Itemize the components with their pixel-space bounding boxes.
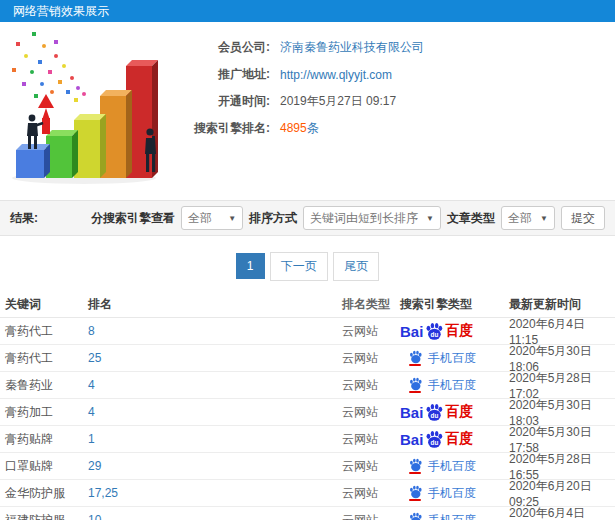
rank-link[interactable]: 4 xyxy=(88,405,95,419)
table-row: 口罩贴牌 29 云网站 手机百度 2020年5月28日 16:55 xyxy=(0,453,615,480)
baidu-paw-icon: du xyxy=(424,322,444,341)
baidu-underline xyxy=(409,391,421,393)
bar-blue xyxy=(16,144,50,178)
table-row: 金华防护服 17,25 云网站 手机百度 2020年6月20日 0 xyxy=(0,480,615,507)
baidu-paw-icon: du xyxy=(424,403,444,422)
svg-text:du: du xyxy=(431,331,439,338)
bar-yellow xyxy=(74,114,106,178)
company-label: 会员公司: xyxy=(178,39,270,56)
rank-type-cell: 云网站 xyxy=(342,377,400,394)
mobile-baidu-logo-icon: 手机百度 xyxy=(408,512,476,520)
page-1-button[interactable]: 1 xyxy=(236,253,265,279)
header-rank-type: 排名类型 xyxy=(342,296,400,313)
rank-type-cell: 云网站 xyxy=(342,404,400,421)
chevron-down-icon: ▼ xyxy=(540,214,548,223)
rank-type-cell: 云网站 xyxy=(342,431,400,448)
results-table: 关键词 排名 排名类型 搜索引擎类型 最新更新时间 膏药代工 8 云网站 Bai… xyxy=(0,292,615,520)
engine-filter-label: 分搜索引擎查看 xyxy=(91,210,175,227)
baidu-paw-icon: du xyxy=(424,430,444,449)
header-rank: 排名 xyxy=(88,296,342,313)
company-info-panel: 会员公司: 济南秦鲁药业科技有限公司 推广地址: http://www.qlyy… xyxy=(178,34,424,142)
mobile-baidu-label: 手机百度 xyxy=(428,377,476,394)
filter-bar: 结果: 分搜索引擎查看 全部 ▼ 排序方式 关键词由短到长排序 ▼ 文章类型 全… xyxy=(0,200,615,236)
chevron-down-icon: ▼ xyxy=(426,214,434,223)
engine-rank-value: 4895条 xyxy=(280,120,319,137)
open-time-label: 开通时间: xyxy=(178,93,270,110)
next-page-button[interactable]: 下一页 xyxy=(270,252,328,281)
confetti-dots xyxy=(12,32,86,102)
rank-type-cell: 云网站 xyxy=(342,485,400,502)
filter-controls: 分搜索引擎查看 全部 ▼ 排序方式 关键词由短到长排序 ▼ 文章类型 全部 ▼ … xyxy=(91,206,605,230)
url-field: 推广地址: http://www.qlyyjt.com xyxy=(178,61,424,88)
sort-label: 排序方式 xyxy=(249,210,297,227)
keyword-cell: 秦鲁药业 xyxy=(0,377,88,394)
table-header-row: 关键词 排名 排名类型 搜索引擎类型 最新更新时间 xyxy=(0,292,615,318)
submit-button[interactable]: 提交 xyxy=(561,206,605,230)
baidu-paw-icon xyxy=(408,377,423,391)
rank-unit: 条 xyxy=(307,121,319,135)
rank-type-cell: 云网站 xyxy=(342,512,400,520)
article-type-select[interactable]: 全部 ▼ xyxy=(501,206,555,230)
window-titlebar: 网络营销效果展示 xyxy=(0,0,615,22)
baidu-paw-icon xyxy=(408,512,423,520)
bar-chart-illustration-icon xyxy=(4,28,172,186)
url-label: 推广地址: xyxy=(178,66,270,83)
baidu-underline xyxy=(409,472,421,474)
engine-cell: Bai du 百度 xyxy=(400,403,497,422)
svg-text:du: du xyxy=(431,412,439,419)
last-page-button[interactable]: 尾页 xyxy=(333,252,379,281)
baidu-logo-icon: Bai du 百度 xyxy=(400,403,473,422)
rank-type-cell: 云网站 xyxy=(342,458,400,475)
engine-cell: 手机百度 xyxy=(400,458,497,475)
mobile-baidu-label: 手机百度 xyxy=(428,485,476,502)
open-time-field: 开通时间: 2019年5月27日 09:17 xyxy=(178,88,424,115)
header-keyword: 关键词 xyxy=(0,296,88,313)
article-type-label: 文章类型 xyxy=(447,210,495,227)
table-row: 秦鲁药业 4 云网站 手机百度 2020年5月28日 17:02 xyxy=(0,372,615,399)
rank-link[interactable]: 17,25 xyxy=(88,486,118,500)
rank-type-cell: 云网站 xyxy=(342,323,400,340)
company-link[interactable]: 济南秦鲁药业科技有限公司 xyxy=(280,39,424,56)
result-label: 结果: xyxy=(10,210,38,227)
baidu-paw-icon xyxy=(408,485,423,499)
rank-link[interactable]: 1 xyxy=(88,432,95,446)
header-updated: 最新更新时间 xyxy=(497,296,615,313)
baidu-paw-icon xyxy=(408,350,423,364)
engine-cell: Bai du 百度 xyxy=(400,430,497,449)
bar-green xyxy=(46,130,78,178)
keyword-cell: 膏药加工 xyxy=(0,404,88,421)
engine-cell: Bai du 百度 xyxy=(400,322,497,341)
rank-link[interactable]: 8 xyxy=(88,324,95,338)
baidu-underline xyxy=(409,364,421,366)
table-row: 膏药代工 8 云网站 Bai du 百度 2020年6月4日 11:15 xyxy=(0,318,615,345)
table-row: 膏药加工 4 云网站 Bai du 百度 2020年5月30日 18:03 xyxy=(0,399,615,426)
engine-cell: 手机百度 xyxy=(400,377,497,394)
table-row: 膏药贴牌 1 云网站 Bai du 百度 2020年5月30日 17:58 xyxy=(0,426,615,453)
rank-link[interactable]: 29 xyxy=(88,459,101,473)
engine-rank-label: 搜索引擎排名: xyxy=(178,120,270,137)
open-time-value: 2019年5月27日 09:17 xyxy=(280,93,396,110)
mobile-baidu-logo-icon: 手机百度 xyxy=(408,458,476,475)
engine-rank-field: 搜索引擎排名: 4895条 xyxy=(178,115,424,142)
header-engine-type: 搜索引擎类型 xyxy=(400,296,497,313)
keyword-cell: 膏药贴牌 xyxy=(0,431,88,448)
promotion-url-link[interactable]: http://www.qlyyjt.com xyxy=(280,68,392,82)
rank-link[interactable]: 4 xyxy=(88,378,95,392)
chevron-down-icon: ▼ xyxy=(228,214,236,223)
engine-filter-select[interactable]: 全部 ▼ xyxy=(181,206,243,230)
keyword-cell: 福建防护服 xyxy=(0,512,88,520)
rank-link[interactable]: 25 xyxy=(88,351,101,365)
keyword-cell: 金华防护服 xyxy=(0,485,88,502)
table-row: 福建防护服 10 云网站 手机百度 2020年6月4日 11:10 xyxy=(0,507,615,520)
rank-link[interactable]: 10 xyxy=(88,513,101,520)
mobile-baidu-label: 手机百度 xyxy=(428,350,476,367)
svg-text:du: du xyxy=(431,439,439,446)
keyword-cell: 膏药代工 xyxy=(0,350,88,367)
businessman-left xyxy=(27,115,43,149)
updated-cell: 2020年6月4日 11:10 xyxy=(497,505,615,520)
baidu-logo-icon: Bai du 百度 xyxy=(400,430,473,449)
sort-select[interactable]: 关键词由短到长排序 ▼ xyxy=(303,206,441,230)
mobile-baidu-logo-icon: 手机百度 xyxy=(408,377,476,394)
mobile-baidu-logo-icon: 手机百度 xyxy=(408,350,476,367)
baidu-logo-icon: Bai du 百度 xyxy=(400,322,473,341)
